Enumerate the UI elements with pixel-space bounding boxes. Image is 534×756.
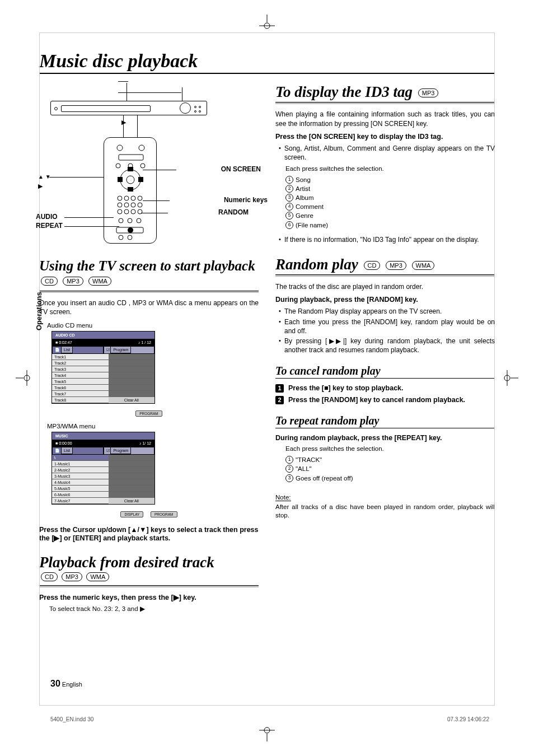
cropmark-left bbox=[16, 367, 30, 389]
label-audio: AUDIO bbox=[36, 213, 58, 221]
caption-audio-cd-menu: Audio CD menu bbox=[47, 322, 259, 329]
subsection-cancel-random: To cancel random play bbox=[275, 365, 495, 379]
id3-selection-list: Song Artist Album Comment Genre (File na… bbox=[285, 175, 495, 230]
random-bullet: Each time you press the [RANDOM] key, ra… bbox=[279, 318, 495, 335]
svg-point-19 bbox=[138, 203, 142, 207]
label-random: RANDOM bbox=[218, 208, 249, 216]
svg-point-36 bbox=[264, 727, 270, 733]
tag-cd: CD bbox=[364, 261, 381, 270]
cropmark-bottom bbox=[256, 727, 278, 741]
list-item: Goes off (repeat off) bbox=[296, 474, 495, 483]
step-1: 1 Press the [■] key to stop playback. bbox=[275, 384, 495, 393]
step-text: Press the [RANDOM] key to cancel random … bbox=[288, 396, 465, 404]
svg-point-30 bbox=[128, 235, 132, 240]
id3-bullet-noinfo: If there is no information, "No ID3 Tag … bbox=[279, 235, 495, 244]
svg-point-0 bbox=[117, 145, 123, 151]
left-column: ▶ bbox=[39, 84, 259, 616]
repeat-switch-note: Each press switches the selection. bbox=[285, 445, 495, 452]
id3-bold: Press the [ON SCREEN] key to display the… bbox=[275, 133, 495, 141]
list-item: Album bbox=[296, 193, 495, 202]
tag-mp3: MP3 bbox=[418, 88, 439, 97]
osd-btn-program: PROGRAM bbox=[135, 410, 162, 417]
svg-point-29 bbox=[119, 235, 123, 240]
osd-mp3-wma: MUSIC ■ 0:00:00♪ 1/ 12 📄 List☑ Program \… bbox=[51, 432, 155, 505]
section-using-tv-screen: Using the TV screen to start playback CD… bbox=[39, 259, 259, 288]
section-id3-tag: To display the ID3 tag MP3 bbox=[275, 84, 495, 100]
note-label: Note: bbox=[275, 494, 291, 501]
svg-point-42 bbox=[504, 375, 510, 381]
tag-mp3: MP3 bbox=[386, 261, 406, 270]
svg-point-21 bbox=[124, 209, 129, 214]
id3-switch-note: Each press switches the selection. bbox=[285, 165, 495, 172]
svg-point-28 bbox=[128, 227, 133, 233]
id3-intro: When playing a file containing informati… bbox=[275, 110, 495, 128]
list-item: Song bbox=[296, 175, 495, 184]
list-item: Comment bbox=[296, 202, 495, 211]
list-item: Artist bbox=[296, 184, 495, 193]
section-title-text: Using the TV screen to start playback bbox=[39, 258, 255, 273]
section-title-text: To display the ID3 tag bbox=[275, 83, 413, 100]
list-item: (File name) bbox=[296, 221, 495, 230]
note-body: After all tracks of a disc have been pla… bbox=[275, 503, 495, 520]
cursor-instruction: Press the Cursor up/down [▲/▼] keys to s… bbox=[39, 526, 259, 542]
tag-wma: WMA bbox=[86, 572, 109, 581]
svg-point-12 bbox=[118, 196, 122, 200]
cropmark-top bbox=[256, 15, 278, 29]
random-bullet: By pressing [▶▶|] key during random play… bbox=[279, 337, 495, 354]
svg-point-13 bbox=[124, 196, 129, 200]
svg-point-18 bbox=[131, 203, 135, 207]
side-tab-operations: Operations bbox=[35, 292, 43, 330]
page-number: 30 English bbox=[50, 679, 82, 689]
list-item: "TRACK" bbox=[296, 455, 495, 464]
cropmark-right bbox=[504, 367, 518, 389]
repeat-bold: During random playback, press the [REPEA… bbox=[275, 434, 495, 442]
numeric-example: To select track No. 23: 2, 3 and ▶ bbox=[49, 605, 259, 613]
page-title: Music disc playback bbox=[39, 50, 495, 74]
svg-point-26 bbox=[137, 218, 141, 223]
svg-point-33 bbox=[264, 23, 270, 29]
svg-point-16 bbox=[118, 203, 122, 207]
right-column: To display the ID3 tag MP3 When playing … bbox=[275, 84, 495, 616]
svg-rect-10 bbox=[118, 177, 123, 182]
repeat-selection-list: "TRACK" "ALL" Goes off (repeat off) bbox=[285, 455, 495, 482]
tag-mp3: MP3 bbox=[62, 572, 82, 581]
osd-title: AUDIO CD bbox=[52, 332, 154, 339]
dvd-player-illustration bbox=[50, 101, 207, 115]
svg-point-25 bbox=[128, 218, 132, 223]
footer-filename: 5400_EN.indd 30 bbox=[50, 716, 93, 722]
svg-point-6 bbox=[120, 170, 140, 190]
svg-point-20 bbox=[118, 209, 122, 214]
svg-point-22 bbox=[131, 209, 135, 214]
section-title-text: Random play bbox=[275, 256, 358, 273]
svg-point-15 bbox=[138, 196, 142, 200]
svg-rect-11 bbox=[138, 177, 143, 182]
osd-title: MUSIC bbox=[52, 432, 154, 440]
numeric-keys-instruction: Press the numeric keys, then press the [… bbox=[39, 593, 259, 601]
svg-point-17 bbox=[124, 203, 129, 207]
svg-point-7 bbox=[127, 176, 134, 184]
tag-wma: WMA bbox=[412, 261, 435, 270]
label-numeric-keys: Numeric keys bbox=[224, 196, 268, 204]
subsection-repeat-random: To repeat random play bbox=[275, 414, 495, 428]
tag-mp3: MP3 bbox=[63, 277, 83, 286]
osd-audio-cd: AUDIO CD ■ 0:02:47♪ 1 / 12 📄 List☑ Progr… bbox=[51, 331, 155, 404]
intro-text: Once you insert an audio CD , MP3 or WMA… bbox=[39, 298, 259, 316]
svg-point-39 bbox=[24, 375, 30, 381]
osd-btn-program: PROGRAM bbox=[151, 511, 177, 517]
svg-rect-2 bbox=[119, 155, 143, 160]
step-text: Press the [■] key to stop playback. bbox=[288, 384, 404, 393]
svg-rect-8 bbox=[128, 167, 133, 171]
svg-point-24 bbox=[119, 218, 123, 223]
remote-control-illustration bbox=[104, 137, 157, 244]
tag-wma: WMA bbox=[88, 277, 111, 286]
svg-rect-9 bbox=[128, 187, 133, 192]
step-2: 2 Press the [RANDOM] key to cancel rando… bbox=[275, 396, 495, 404]
random-intro: The tracks of the disc are played in ran… bbox=[275, 282, 495, 291]
random-bold: During playback, press the [RANDOM] key. bbox=[275, 296, 495, 304]
label-repeat: REPEAT bbox=[36, 222, 63, 230]
svg-point-3 bbox=[116, 164, 120, 168]
caption-mp3-wma-menu: MP3/WMA menu bbox=[47, 423, 259, 430]
device-remote-diagram: ▶ bbox=[39, 84, 259, 246]
label-on-screen: ON SCREEN bbox=[221, 165, 261, 173]
list-item: "ALL" bbox=[296, 464, 495, 473]
